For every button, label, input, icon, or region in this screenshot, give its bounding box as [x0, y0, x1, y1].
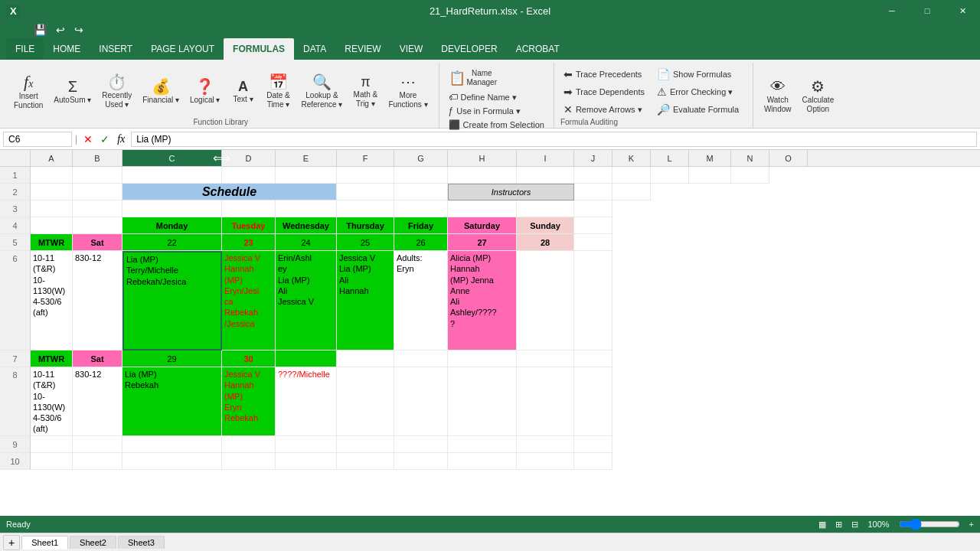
cell-a4[interactable]: [31, 217, 73, 234]
cell-d3[interactable]: [222, 201, 276, 217]
col-header-c[interactable]: C ⟺: [122, 150, 222, 166]
cell-g4[interactable]: Friday: [394, 217, 448, 234]
cell-d1[interactable]: [222, 167, 276, 184]
cell-i3[interactable]: [517, 201, 574, 217]
tab-developer[interactable]: DEVELOPER: [432, 38, 506, 60]
cell-c4[interactable]: Monday: [122, 217, 222, 234]
cell-f9[interactable]: [337, 436, 394, 453]
cell-f1[interactable]: [337, 167, 394, 184]
cell-j4[interactable]: [574, 217, 612, 234]
cell-c5[interactable]: 22: [122, 234, 222, 251]
insert-function-bar-btn[interactable]: fx: [114, 132, 128, 147]
trace-dependents-btn[interactable]: ➡ Trace Dependents: [560, 84, 653, 99]
trace-precedents-btn[interactable]: ⬅ Trace Precedents: [560, 67, 653, 82]
cell-c1[interactable]: [122, 167, 222, 184]
cell-d7[interactable]: 30: [222, 350, 276, 367]
view-normal-btn[interactable]: ▦: [818, 520, 826, 530]
cell-c10[interactable]: [122, 453, 222, 470]
cell-b1[interactable]: [73, 167, 122, 184]
col-header-h[interactable]: H: [448, 150, 517, 166]
text-btn[interactable]: A Text ▾: [226, 77, 260, 106]
col-header-m[interactable]: M: [689, 150, 731, 166]
view-page-break-btn[interactable]: ⊟: [851, 520, 858, 530]
undo-btn[interactable]: ↩: [53, 22, 68, 37]
save-btn[interactable]: 💾: [31, 22, 50, 37]
cell-b2[interactable]: [73, 184, 122, 201]
cell-j6[interactable]: [574, 251, 612, 350]
cell-f8[interactable]: [337, 367, 394, 436]
cell-b8[interactable]: 830-12: [73, 367, 122, 436]
cell-b9[interactable]: [73, 436, 122, 453]
cell-c8[interactable]: Lia (MP)Rebekah: [122, 367, 222, 436]
cell-a10[interactable]: [31, 453, 73, 470]
cell-d4[interactable]: Tuesday: [222, 217, 276, 234]
cell-f7[interactable]: [337, 350, 394, 367]
cell-b3[interactable]: [73, 201, 122, 217]
name-box[interactable]: C6: [3, 132, 72, 147]
cell-j10[interactable]: [574, 453, 612, 470]
cell-f6[interactable]: Jessica VLia (MP)AliHannah: [337, 251, 394, 350]
cell-h1[interactable]: [448, 167, 517, 184]
cell-b6[interactable]: 830-12: [73, 251, 122, 350]
tab-home[interactable]: HOME: [44, 38, 90, 60]
cell-i8[interactable]: [517, 367, 574, 436]
sheet-tab-sheet2[interactable]: Sheet2: [70, 536, 116, 549]
lookup-btn[interactable]: 🔍 Lookup &Reference ▾: [296, 72, 347, 112]
cell-g3[interactable]: [394, 201, 448, 217]
col-header-j[interactable]: J: [574, 150, 612, 166]
col-header-n[interactable]: N: [731, 150, 769, 166]
cell-i5[interactable]: 28: [517, 234, 574, 251]
cell-j1[interactable]: [574, 167, 612, 184]
col-header-f[interactable]: F: [337, 150, 394, 166]
cell-i7[interactable]: [517, 350, 574, 367]
cell-e3[interactable]: [276, 201, 337, 217]
create-from-selection-btn[interactable]: ⬛ Create from Selection: [446, 118, 547, 132]
cancel-formula-btn[interactable]: ✕: [80, 132, 96, 147]
cell-n1[interactable]: [731, 167, 769, 184]
cell-e8[interactable]: ????/Michelle: [276, 367, 337, 436]
evaluate-formula-btn[interactable]: 🔎 Evaluate Formula: [654, 102, 746, 117]
date-time-btn[interactable]: 📅 Date &Time ▾: [261, 72, 295, 112]
cell-b5[interactable]: Sat: [73, 234, 122, 251]
formula-input[interactable]: Lia (MP): [131, 132, 977, 147]
use-in-formula-btn[interactable]: ƒ Use in Formula ▾: [446, 104, 547, 118]
cell-j5[interactable]: [574, 234, 612, 251]
sheet-tab-sheet3[interactable]: Sheet3: [118, 536, 165, 549]
cell-g2[interactable]: [394, 184, 448, 201]
cell-e6[interactable]: Erin/AshleyLia (MP)AliJessica V: [276, 251, 337, 350]
cell-m1[interactable]: [689, 167, 731, 184]
cell-e7[interactable]: [276, 350, 337, 367]
cell-f3[interactable]: [337, 201, 394, 217]
col-header-k[interactable]: K: [612, 150, 651, 166]
cell-h5[interactable]: 27: [448, 234, 517, 251]
cell-d9[interactable]: [222, 436, 276, 453]
cell-e4[interactable]: Wednesday: [276, 217, 337, 234]
tab-acrobat[interactable]: ACROBAT: [507, 38, 569, 60]
minimize-btn[interactable]: ─: [874, 0, 910, 21]
tab-view[interactable]: VIEW: [390, 38, 433, 60]
error-checking-btn[interactable]: ⚠ Error Checking ▾: [654, 84, 746, 99]
cell-i10[interactable]: [517, 453, 574, 470]
redo-btn[interactable]: ↪: [71, 22, 87, 37]
cell-f5[interactable]: 25: [337, 234, 394, 251]
cell-e5[interactable]: 24: [276, 234, 337, 251]
show-formulas-btn[interactable]: 📄 Show Formulas: [654, 67, 746, 82]
recently-used-btn[interactable]: ⏱️ RecentlyUsed ▾: [97, 72, 136, 112]
watch-window-btn[interactable]: 👁 WatchWindow: [760, 77, 796, 116]
close-btn[interactable]: ✕: [945, 0, 980, 21]
cell-h7[interactable]: [448, 350, 517, 367]
tab-page-layout[interactable]: PAGE LAYOUT: [142, 38, 224, 60]
cell-a1[interactable]: [31, 167, 73, 184]
cell-i6[interactable]: [517, 251, 574, 350]
cell-i9[interactable]: [517, 436, 574, 453]
cell-j2[interactable]: [574, 184, 612, 201]
cell-d5[interactable]: 23: [222, 234, 276, 251]
col-header-b[interactable]: B: [73, 150, 122, 166]
tab-file[interactable]: FILE: [6, 38, 44, 60]
cell-e9[interactable]: [276, 436, 337, 453]
cell-j8[interactable]: [574, 367, 612, 436]
cell-g7[interactable]: [394, 350, 448, 367]
cell-h6[interactable]: Alicia (MP)Hannah(MP) JennaAnneAliAshley…: [448, 251, 517, 350]
cell-e10[interactable]: [276, 453, 337, 470]
more-functions-btn[interactable]: ⋯ MoreFunctions ▾: [384, 72, 432, 112]
